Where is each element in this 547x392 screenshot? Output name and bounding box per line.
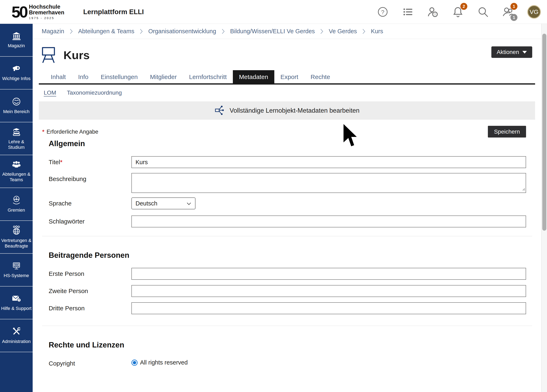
sidebar-item-vertretungen-beauftragte[interactable]: Vertretungen & Beauftragte (0, 221, 33, 254)
search-icon[interactable] (477, 6, 489, 18)
bell-badge: 2 (460, 3, 467, 10)
app-title: Lernplattform ELLI (83, 8, 144, 16)
dritte-person-input[interactable] (131, 302, 526, 314)
committee-icon (12, 195, 21, 206)
tab-mitglieder[interactable]: Mitglieder (144, 70, 183, 83)
megaphone-icon (12, 64, 21, 74)
contacts-badge-top: 1 (510, 3, 517, 10)
tab-rechte[interactable]: Rechte (305, 70, 336, 83)
actions-button[interactable]: Aktionen (491, 46, 532, 58)
sidebar-item-abteilungen-teams[interactable]: Abteilungen & Teams (0, 155, 33, 188)
tab-info[interactable]: Info (72, 70, 95, 83)
sidebar-item-label: Magazin (8, 43, 25, 49)
smiley-icon (12, 97, 21, 107)
subtab-lom[interactable]: LOM (44, 89, 56, 96)
sprache-selected-value: Deutsch (136, 200, 157, 207)
field-dritte-person: Dritte Person (49, 302, 526, 314)
bell-icon[interactable]: 2 (452, 6, 464, 18)
banner-label: Vollständige Lernobjekt-Metadaten bearbe… (230, 107, 360, 114)
zweite-person-input[interactable] (131, 285, 526, 297)
edit-full-metadata-banner[interactable]: Vollständige Lernobjekt-Metadaten bearbe… (39, 101, 535, 120)
copyright-radio-label: All rights reserved (140, 359, 188, 366)
todo-list-icon[interactable] (402, 6, 414, 18)
tab-inhalt[interactable]: Inhalt (45, 70, 72, 83)
tab-lernfortschritt[interactable]: Lernfortschritt (183, 70, 233, 83)
contacts-icon[interactable]: 1 1 (502, 6, 514, 18)
page-title-row: Kurs Aktionen (39, 45, 535, 65)
titel-input[interactable] (131, 156, 526, 168)
user-avatar[interactable]: VG (527, 5, 541, 19)
breadcrumb-item[interactable]: Bildung/Wissen/ELLI Ve Gerdes (230, 28, 315, 35)
sidebar-item-label: HS-Systeme (4, 273, 29, 278)
required-note: Erforderliche Angabe (47, 129, 98, 135)
sidebar-item-label: Vertretungen & Beauftragte (1, 238, 32, 249)
schlagwoerter-input[interactable] (131, 216, 526, 227)
tab-metadaten[interactable]: Metadaten (233, 70, 274, 83)
sidebar-item-magazin[interactable]: Magazin (0, 24, 33, 57)
group-icon (11, 160, 21, 170)
sidebar-item-gremien[interactable]: Gremien (0, 188, 33, 221)
contacts-badge-bottom: 1 (510, 14, 517, 21)
breadcrumb-item[interactable]: Magazin (42, 28, 64, 35)
tab-einstellungen[interactable]: Einstellungen (95, 70, 144, 83)
breadcrumb-item[interactable]: Kurs (371, 28, 383, 35)
svg-text:?: ? (381, 9, 384, 15)
sidebar-item-label: Abteilungen & Teams (1, 171, 32, 183)
erste-person-input[interactable] (131, 268, 526, 280)
caret-down-icon (522, 51, 527, 54)
logo-50-mark: 50 (12, 4, 27, 20)
app-header: 50 Hochschule Bremerhaven 1975 - 2025 Le… (0, 0, 547, 24)
resize-grip-icon[interactable] (522, 187, 525, 191)
help-icon[interactable]: ? (377, 6, 389, 18)
tab-export[interactable]: Export (274, 70, 305, 83)
books-icon (12, 127, 21, 137)
subtab-bar: LOM Taxonomiezuordnung (39, 89, 535, 96)
sidebar-item-label: Administration (2, 339, 31, 344)
breadcrumb-item[interactable]: Organisationsentwicklung (148, 28, 216, 35)
svg-text:!: ! (434, 12, 436, 17)
svg-text:?: ? (18, 299, 20, 302)
scrollbar-thumb[interactable] (542, 34, 546, 231)
sidebar-item-label: Mein Bereich (3, 109, 29, 115)
course-board-icon (41, 46, 56, 64)
required-note-row: * Erforderliche Angabe Speichern (39, 126, 535, 138)
breadcrumb-item[interactable]: Ve Gerdes (329, 28, 357, 35)
copyright-radio[interactable] (131, 359, 137, 366)
sidebar-item-wichtige-infos[interactable]: Wichtige Infos (0, 57, 33, 89)
sidebar-item-lehre-studium[interactable]: Lehre & Studium (0, 122, 33, 155)
breadcrumb: Magazin Abteilungen & Teams Organisation… (33, 24, 541, 39)
bank-icon (12, 31, 21, 41)
chevron-right-icon (362, 28, 365, 34)
main-content: Magazin Abteilungen & Teams Organisation… (33, 24, 541, 392)
tab-bar: Inhalt Info Einstellungen Mitglieder Ler… (39, 70, 535, 85)
section-title: Allgemein (49, 139, 526, 148)
header-icon-bar: ? ! (377, 0, 541, 24)
field-erste-person: Erste Person (49, 268, 526, 280)
sidebar-item-label: Wichtige Infos (2, 76, 30, 81)
logo-line1: Hochschule (29, 4, 64, 10)
section-divider (42, 236, 532, 236)
sidebar-item-hilfe-support[interactable]: ? Hilfe & Support (0, 286, 33, 319)
sidebar-item-hs-systeme[interactable]: HS-Systeme (0, 254, 33, 286)
subtab-taxonomiezuordnung[interactable]: Taxonomiezuordnung (67, 89, 122, 96)
sidebar-item-label: Hilfe & Support (1, 306, 32, 311)
save-button[interactable]: Speichern (488, 126, 526, 137)
sidebar-item-mein-bereich[interactable]: Mein Bereich (0, 89, 33, 122)
section-title: Rechte und Lizenzen (49, 341, 526, 349)
chevron-right-icon (320, 28, 323, 34)
vertical-scrollbar[interactable] (541, 24, 547, 392)
beschreibung-textarea[interactable] (131, 173, 526, 193)
field-sprache: Sprache Deutsch (49, 197, 526, 209)
sprache-select[interactable]: Deutsch (131, 197, 195, 209)
section-beitragende-personen: Beitragende Personen Erste Person Zweite… (39, 251, 535, 314)
section-title: Beitragende Personen (49, 251, 526, 260)
breadcrumb-item[interactable]: Abteilungen & Teams (78, 28, 135, 35)
section-allgemein: Allgemein Titel* Beschreibung (39, 139, 535, 227)
app-window: 50 Hochschule Bremerhaven 1975 - 2025 Le… (0, 0, 547, 392)
sidebar-item-administration[interactable]: Administration (0, 319, 33, 352)
field-beschreibung: Beschreibung (49, 173, 526, 193)
monitor-icon (12, 261, 21, 271)
user-status-icon[interactable]: ! (427, 6, 438, 18)
hochschule-bremerhaven-logo[interactable]: 50 Hochschule Bremerhaven 1975 - 2025 (12, 4, 64, 20)
globe-people-icon (12, 225, 21, 236)
